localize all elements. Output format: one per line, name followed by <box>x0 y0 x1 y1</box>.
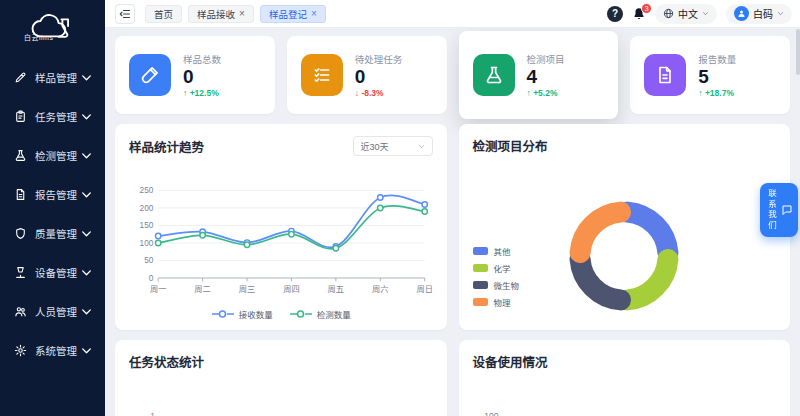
y-tick-label: 100 <box>473 411 499 416</box>
stat-label: 待处理任务 <box>355 52 403 66</box>
stat-label: 报告数量 <box>698 52 736 66</box>
svg-text:100: 100 <box>140 239 154 248</box>
stat-value: 4 <box>527 66 565 88</box>
legend-item[interactable]: 其他 <box>473 245 520 257</box>
gear-icon <box>14 344 27 357</box>
person-icon <box>737 9 746 18</box>
sidebar-item-label: 质量管理 <box>35 226 80 241</box>
sidebar-item-7[interactable]: 人员管理 <box>0 292 105 331</box>
stat-label: 检测项目 <box>527 52 565 66</box>
date-range-value: 近30天 <box>361 140 389 153</box>
task-status-panel: 任务状态统计 1 <box>115 340 447 416</box>
sidebar: 白云lims 样品管理 任务管理 检测管理 报告管理 质量管理 设备管理 人员管… <box>0 0 105 416</box>
sidebar-item-label: 系统管理 <box>35 343 80 358</box>
chevron-down-icon <box>80 188 93 201</box>
pie-chart-legend: 其他 化学 微生物 物理 <box>473 245 520 308</box>
legend-item[interactable]: 化学 <box>473 262 520 274</box>
sidebar-item-label: 人员管理 <box>35 304 80 319</box>
instrument-icon <box>14 266 27 279</box>
sidebar-item-label: 设备管理 <box>35 265 80 280</box>
sidebar-item-2[interactable]: 任务管理 <box>0 97 105 136</box>
device-usage-panel: 设备使用情况 100 <box>459 340 791 416</box>
sidebar-item-3[interactable]: 检测管理 <box>0 136 105 175</box>
language-switcher[interactable]: 中文 <box>655 4 717 24</box>
svg-text:周五: 周五 <box>328 285 345 294</box>
panel-title: 设备使用情况 <box>473 352 548 371</box>
device-usage-chart-axis: 100 <box>473 411 777 416</box>
help-icon[interactable]: ? <box>607 6 623 22</box>
sidebar-item-label: 样品管理 <box>35 70 80 85</box>
svg-text:周一: 周一 <box>150 285 167 294</box>
stat-cards-row: 样品总数 0 ↑ +12.5% 待处理任务 0 ↓ -8.3% 检测项目 4 ↑… <box>115 36 790 114</box>
user-menu[interactable]: 白码 <box>726 4 792 24</box>
chevron-down-icon <box>80 305 93 318</box>
legend-item[interactable]: 检测数量 <box>289 308 351 320</box>
stat-value: 0 <box>183 66 221 88</box>
shield-icon <box>14 227 27 240</box>
user-name: 白码 <box>753 6 773 21</box>
sample-trend-panel: 样品统计趋势 近30天 050100150200250周一周二周三周四周五周六周… <box>115 124 447 330</box>
sidebar-item-4[interactable]: 报告管理 <box>0 175 105 214</box>
avatar <box>734 6 749 21</box>
svg-text:周六: 周六 <box>372 284 389 294</box>
legend-item[interactable]: 接收数量 <box>211 308 273 320</box>
tab-1[interactable]: 首页 <box>145 5 182 23</box>
svg-text:周日: 周日 <box>416 285 432 294</box>
stat-card[interactable]: 检测项目 4 ↑ +5.2% <box>459 31 619 119</box>
test-distribution-panel: 检测项目分布 其他 化学 微生物 物理 <box>459 124 791 330</box>
scrollbar-thumb[interactable] <box>796 29 800 75</box>
sidebar-collapse-button[interactable] <box>115 4 135 24</box>
charts-row: 样品统计趋势 近30天 050100150200250周一周二周三周四周五周六周… <box>115 124 790 330</box>
panel-title: 检测项目分布 <box>473 136 548 155</box>
close-icon[interactable]: × <box>311 9 317 19</box>
test-tube-icon <box>129 54 171 96</box>
chevron-down-icon <box>80 227 93 240</box>
trend-arrow-icon: ↓ <box>355 88 359 98</box>
svg-text:周三: 周三 <box>239 285 256 294</box>
stat-label: 样品总数 <box>183 52 221 66</box>
stat-card[interactable]: 样品总数 0 ↑ +12.5% <box>115 36 275 114</box>
report-icon <box>14 188 27 201</box>
y-tick-label: 1 <box>129 411 155 416</box>
stat-trend: ↑ +18.7% <box>698 88 736 98</box>
legend-marker-icon <box>211 309 235 319</box>
svg-text:250: 250 <box>140 186 154 195</box>
sidebar-item-1[interactable]: 样品管理 <box>0 58 105 97</box>
svg-text:0: 0 <box>149 274 154 283</box>
contact-us-button[interactable]: 联系我们 <box>760 183 798 237</box>
globe-icon <box>663 8 674 19</box>
legend-marker-icon <box>289 309 313 319</box>
line-chart-legend: 接收数量 检测数量 <box>129 308 433 320</box>
chevron-down-icon <box>80 110 93 123</box>
app-logo: 白云lims <box>0 0 105 52</box>
sidebar-item-8[interactable]: 系统管理 <box>0 331 105 370</box>
chevron-down-icon <box>702 10 709 17</box>
tab-bar: 首页 样品接收 × 样品登记 × <box>145 5 607 23</box>
notification-badge: 3 <box>641 3 652 14</box>
svg-text:周二: 周二 <box>194 285 211 294</box>
stat-value: 0 <box>355 66 403 88</box>
tab-3[interactable]: 样品登记 × <box>260 5 326 23</box>
sidebar-item-label: 检测管理 <box>35 148 80 163</box>
sample-trend-line-chart: 050100150200250周一周二周三周四周五周六周日 <box>129 178 433 306</box>
legend-swatch <box>473 247 488 255</box>
stat-card[interactable]: 报告数量 5 ↑ +18.7% <box>630 36 790 114</box>
tab-2[interactable]: 样品接收 × <box>188 5 254 23</box>
flask-icon <box>473 54 515 96</box>
trend-arrow-icon: ↑ <box>183 88 187 98</box>
chevron-down-icon <box>777 10 784 17</box>
stat-card[interactable]: 待处理任务 0 ↓ -8.3% <box>287 36 447 114</box>
legend-item[interactable]: 微生物 <box>473 279 520 291</box>
sidebar-item-6[interactable]: 设备管理 <box>0 253 105 292</box>
sidebar-item-5[interactable]: 质量管理 <box>0 214 105 253</box>
legend-swatch <box>473 298 488 306</box>
svg-text:周四: 周四 <box>283 285 300 294</box>
notifications-button[interactable]: 3 <box>632 7 646 21</box>
close-icon[interactable]: × <box>239 9 245 19</box>
date-range-select[interactable]: 近30天 <box>353 136 433 156</box>
chevron-down-icon <box>80 266 93 279</box>
panel-title: 样品统计趋势 <box>129 137 204 156</box>
legend-item[interactable]: 物理 <box>473 296 520 308</box>
chevron-down-icon <box>80 344 93 357</box>
test-distribution-donut-chart <box>565 197 683 315</box>
